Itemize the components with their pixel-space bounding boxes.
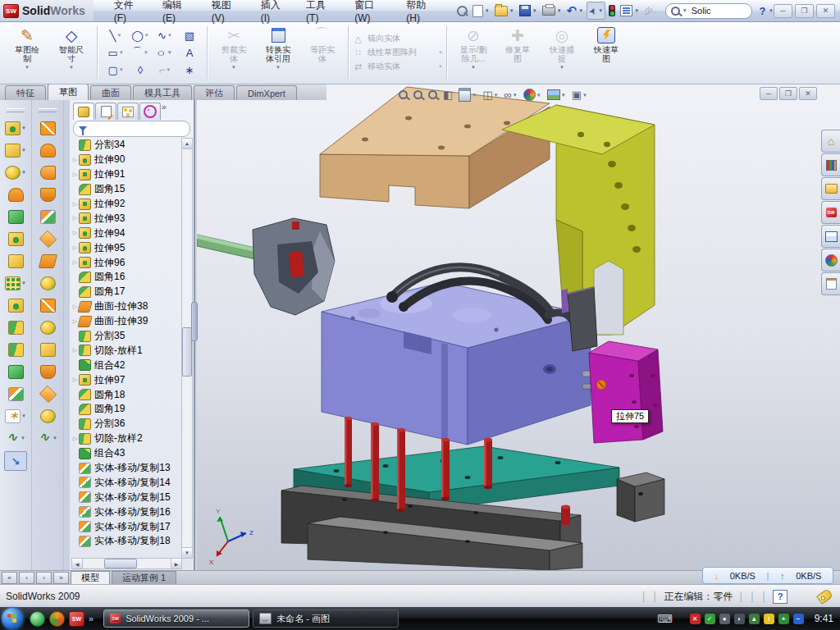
dropdown-arrow-icon[interactable]: ▼ bbox=[21, 126, 26, 130]
configurationmanager-tab[interactable] bbox=[117, 103, 139, 120]
dropdown-arrow-icon[interactable]: ▼ bbox=[21, 281, 26, 285]
warning-tray-icon[interactable]: ! bbox=[764, 614, 774, 624]
tab-模型[interactable]: 模型 bbox=[71, 571, 110, 585]
traffic-light-button[interactable] bbox=[607, 2, 617, 19]
linear-pattern-button[interactable]: ▼ bbox=[5, 274, 26, 292]
reference-point-button[interactable]: ▼ bbox=[5, 407, 26, 425]
print-button[interactable]: ▼ bbox=[541, 2, 564, 19]
tree-item[interactable]: ▷拉伸96 bbox=[71, 255, 182, 270]
dropdown-arrow-icon[interactable]: ▼ bbox=[52, 436, 57, 441]
offset-entities-button[interactable]: ⌒等距实体 bbox=[300, 21, 345, 84]
filled-surface-button[interactable] bbox=[37, 274, 58, 292]
view-settings-button[interactable]: ▣▼ bbox=[572, 89, 587, 101]
dropdown-arrow-icon[interactable]: ▼ bbox=[116, 33, 121, 38]
view-orientation-button[interactable]: ▼ bbox=[459, 88, 477, 102]
open-button[interactable]: ▼ bbox=[493, 2, 516, 19]
volume-tray-icon[interactable]: ◗ bbox=[734, 614, 745, 624]
panel-tabs-overflow[interactable]: » bbox=[162, 103, 167, 119]
security-alert-tray-icon[interactable]: ✕ bbox=[690, 614, 701, 624]
fillet-surface-button[interactable] bbox=[37, 407, 58, 425]
dropdown-arrow-icon[interactable]: ▼ bbox=[634, 8, 639, 13]
dropdown-arrow-icon[interactable]: ▼ bbox=[144, 33, 149, 38]
trim-surface-button[interactable] bbox=[37, 340, 58, 358]
apply-scene-button[interactable]: ▼ bbox=[547, 89, 566, 100]
tree-item[interactable]: ▷切除-放样2 bbox=[71, 431, 182, 446]
zoom-to-selection-button[interactable] bbox=[428, 90, 437, 99]
doc-restore-button[interactable]: ❐ bbox=[779, 87, 797, 100]
panel-splitter-grip[interactable] bbox=[191, 302, 198, 341]
dropdown-arrow-icon[interactable]: ▼ bbox=[21, 170, 26, 175]
offset-surface-button[interactable] bbox=[37, 230, 58, 248]
dropdown-arrow-icon[interactable]: ▼ bbox=[532, 8, 537, 13]
tree-item[interactable]: 圆角19 bbox=[71, 402, 182, 417]
propertymanager-tab[interactable] bbox=[95, 103, 116, 120]
tag-icon[interactable] bbox=[816, 588, 833, 605]
menu-item-1[interactable]: 编辑(E) bbox=[153, 0, 203, 21]
expand-arrow-icon[interactable]: ▷ bbox=[71, 259, 79, 266]
tab-模具工具[interactable]: 模具工具 bbox=[133, 85, 192, 100]
smart-dimension-button[interactable]: ◇智能尺寸▼ bbox=[49, 21, 94, 84]
dropdown-arrow-icon[interactable]: ▼ bbox=[438, 64, 443, 69]
repair-sketch-button[interactable]: ✚修复草图 bbox=[495, 21, 540, 84]
tree-item[interactable]: ▷拉伸92 bbox=[71, 197, 182, 212]
dropdown-arrow-icon[interactable]: ▼ bbox=[166, 67, 171, 72]
dropdown-arrow-icon[interactable]: ▼ bbox=[21, 436, 25, 441]
lofted-boss-button[interactable] bbox=[5, 230, 26, 248]
tree-item[interactable]: 组合43 bbox=[71, 446, 182, 461]
display-delete-relations-button[interactable]: ⊘显示/删除几...▼ bbox=[451, 21, 495, 84]
circle-button[interactable]: ◯▼ bbox=[128, 27, 153, 44]
swept-boss-button[interactable] bbox=[5, 185, 26, 203]
lofted-surface-button[interactable] bbox=[37, 185, 58, 203]
tree-item[interactable]: 圆角18 bbox=[71, 387, 182, 402]
search-box[interactable]: ▼ bbox=[665, 3, 753, 19]
helix-spiral-button[interactable]: ▼ bbox=[5, 429, 26, 447]
tab-运动算例 1[interactable]: 运动算例 1 bbox=[112, 571, 176, 585]
combine-button[interactable] bbox=[5, 363, 26, 381]
network-speed-widget[interactable]: ↓ 0KB/S | ↑ 0KB/S bbox=[702, 567, 833, 584]
revolved-surface-button[interactable] bbox=[37, 141, 58, 159]
dropdown-arrow-icon[interactable]: ▼ bbox=[167, 33, 172, 38]
first-tab-button[interactable]: « bbox=[2, 572, 17, 584]
menu-item-2[interactable]: 视图(V) bbox=[203, 0, 252, 21]
dropdown-arrow-icon[interactable]: ▼ bbox=[25, 65, 30, 70]
corner-rectangle-button[interactable]: ▭▼ bbox=[103, 44, 128, 62]
quick-snaps-button[interactable]: ◎快速捕捉▼ bbox=[540, 21, 584, 84]
dropdown-arrow-icon[interactable]: ▼ bbox=[513, 93, 518, 98]
messenger-quicklaunch-button[interactable] bbox=[30, 611, 45, 627]
hide-show-items-button[interactable]: ∞▼ bbox=[504, 89, 518, 101]
mirror-entities-button[interactable]: △镜向实体 bbox=[353, 33, 443, 44]
view-palette-tab[interactable] bbox=[821, 225, 840, 248]
dropdown-arrow-icon[interactable]: ▼ bbox=[472, 93, 477, 98]
menu-item-4[interactable]: 工具(T) bbox=[297, 0, 345, 21]
dropdown-arrow-icon[interactable]: ▼ bbox=[559, 65, 564, 70]
dropdown-arrow-icon[interactable]: ▼ bbox=[119, 50, 124, 55]
selection-box-button[interactable]: ▧ bbox=[177, 27, 202, 44]
delete-face-button[interactable] bbox=[37, 318, 58, 336]
dropdown-arrow-icon[interactable]: ▼ bbox=[167, 50, 173, 55]
scroll-right-arrow[interactable]: ▶ bbox=[171, 559, 181, 568]
status-help-button[interactable]: ? bbox=[773, 590, 788, 604]
dropdown-arrow-icon[interactable]: ▼ bbox=[557, 8, 562, 13]
sync-blocked-tray-icon[interactable]: − bbox=[793, 614, 804, 624]
tree-item[interactable]: ▷拉伸97 bbox=[71, 372, 182, 387]
doc-close-button[interactable]: ✕ bbox=[799, 87, 817, 100]
antivirus-tray-icon[interactable]: + bbox=[778, 614, 789, 624]
dropdown-arrow-icon[interactable]: ▼ bbox=[144, 50, 148, 55]
dropdown-arrow-icon[interactable]: ▼ bbox=[582, 93, 587, 98]
knit-surface-button[interactable] bbox=[37, 296, 58, 314]
custom-properties-tab[interactable] bbox=[821, 272, 840, 295]
quicklaunch-overflow[interactable]: » bbox=[89, 614, 94, 623]
section-view-button[interactable]: ◧ bbox=[443, 89, 453, 101]
instant3d-button[interactable]: ↘ bbox=[4, 451, 27, 471]
minimize-button[interactable]: ─ bbox=[774, 4, 792, 18]
tree-item[interactable]: 分割34 bbox=[71, 138, 182, 153]
dropdown-arrow-icon[interactable]: ▼ bbox=[598, 8, 603, 13]
tree-item[interactable]: 圆角16 bbox=[71, 270, 182, 285]
menu-item-6[interactable]: 帮助(H) bbox=[397, 0, 446, 21]
tree-item[interactable]: 圆角15 bbox=[71, 182, 182, 197]
dropdown-arrow-icon[interactable]: ▼ bbox=[438, 50, 443, 55]
zoom-to-area-button[interactable] bbox=[413, 90, 422, 99]
help-button[interactable]: ? ▼ bbox=[759, 5, 774, 17]
start-button[interactable] bbox=[2, 608, 23, 629]
expand-arrow-icon[interactable]: ▷ bbox=[71, 201, 79, 208]
